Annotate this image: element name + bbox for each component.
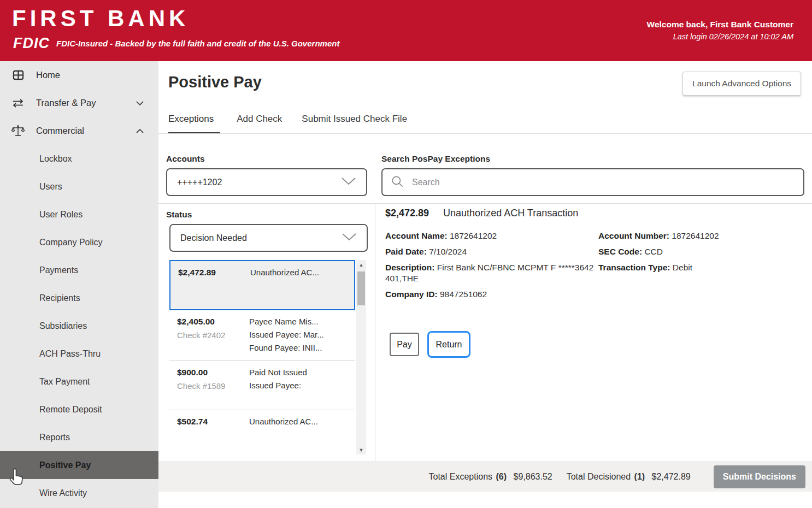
total-decisioned-label: Total Decisioned [567,472,631,481]
sidebar-item-label: Wire Activity [39,488,87,498]
total-exceptions-count: (6) [496,472,507,481]
transfer-arrows-icon [10,96,26,110]
search-input[interactable] [412,178,796,187]
sidebar-item-label: Positive Pay [39,460,91,470]
transaction-type-value: Debit [673,263,692,272]
scroll-down-icon[interactable]: ▼ [356,445,366,454]
total-exceptions-label: Total Exceptions [429,472,493,481]
exception-item-selected[interactable]: $2,472.89 Unauthorized AC... [169,260,355,310]
sidebar-item-remote-deposit[interactable]: Remote Deposit [0,395,158,423]
sidebar-item-label: Subsidiaries [39,321,87,331]
scales-icon [10,124,26,138]
tabs-divider [158,133,812,134]
bank-logo: FIRST BANK [12,5,189,32]
positive-pay-app: FIRST BANK FDIC FDIC-Insured - Backed by… [0,0,812,508]
detail-type: Unauthorized ACH Transaction [443,208,578,219]
sidebar-item-users[interactable]: Users [0,173,158,200]
sidebar-item-label: Remote Deposit [39,405,102,415]
chevron-down-icon [342,233,357,243]
sidebar-item-company-policy[interactable]: Company Policy [0,228,158,256]
launch-advanced-options-button[interactable]: Launch Advanced Options [682,72,801,96]
sidebar-item-home[interactable]: Home [0,61,158,89]
tab-add-check[interactable]: Add Check [237,114,285,134]
welcome-message: Welcome back, First Bank Customer [647,20,793,29]
sidebar-item-transfer-pay[interactable]: Transfer & Pay [0,89,158,117]
tab-exceptions[interactable]: Exceptions [168,114,220,134]
sidebar-item-label: Lockbox [39,154,72,164]
total-decisioned-count: (1) [634,472,645,481]
scroll-up-icon[interactable]: ▲ [356,260,366,269]
chevron-up-icon [136,128,144,134]
sidebar-item-label: Transfer & Pay [36,98,136,108]
exception-list: $2,472.89 Unauthorized AC... $2,405.00 C… [169,260,355,441]
sidebar-item-subsidiaries[interactable]: Subsidiaries [0,312,158,340]
sidebar-item-label: Users [39,182,62,192]
search-icon [390,174,404,191]
total-exceptions: Total Exceptions (6) $9,863.52 [429,472,552,482]
sidebar-item-label: Recipients [39,293,80,303]
sidebar-item-lockbox[interactable]: Lockbox [0,145,158,173]
detail-fields-left: Account Name: 1872641202 Paid Date: 7/10… [385,231,599,305]
home-grid-icon [10,68,26,82]
sidebar-item-user-roles[interactable]: User Roles [0,200,158,228]
sidebar-item-recipients[interactable]: Recipients [0,284,158,312]
list-scrollbar[interactable]: ▲ ▼ [356,260,366,454]
sidebar-item-tax-payment[interactable]: Tax Payment [0,368,158,395]
total-decisioned: Total Decisioned (1) $2,472.89 [567,472,691,482]
exception-check-number: Check #1589 [177,381,249,391]
header-user-info: Welcome back, First Bank Customer Last l… [647,20,793,41]
columns-divider [375,204,375,462]
fdic-logo: FDIC [13,35,50,52]
exception-item[interactable]: $900.00 Check #1589 Paid Not Issued Issu… [169,361,355,410]
sidebar-item-label: Home [36,70,158,80]
exception-amount: $502.74 [177,417,249,427]
total-decisioned-amount: $2,472.89 [652,472,691,481]
exception-type: Unauthorized AC... [250,268,352,277]
exception-amount: $2,472.89 [178,268,250,277]
status-label: Status [166,210,192,220]
exception-item[interactable]: $2,405.00 Check #2402 Payee Name Mis... … [169,310,355,361]
account-name-label: Account Name: [385,231,448,240]
last-login: Last login 02/26/2024 at 10:02 AM [647,32,793,41]
decision-footer: Total Exceptions (6) $9,863.52 Total Dec… [158,462,812,492]
transaction-type-label: Transaction Type: [598,263,670,272]
search-pospay-label: Search PosPay Exceptions [381,154,490,164]
sidebar-item-reports[interactable]: Reports [0,423,158,451]
company-id-label: Company ID: [385,290,438,299]
chevron-down-icon [341,177,356,187]
exception-check-number: Check #2402 [177,330,249,340]
pay-button[interactable]: Pay [390,333,419,356]
exception-amount: $900.00 [177,368,249,377]
fdic-disclaimer: FDIC-Insured - Backed by the full faith … [56,39,339,48]
account-number-value: 1872641202 [672,231,719,240]
scrollbar-thumb[interactable] [357,271,365,305]
description-label: Description: [385,263,434,272]
app-header: FIRST BANK FDIC FDIC-Insured - Backed by… [0,0,812,61]
sidebar-item-label: Reports [39,433,70,442]
return-button[interactable]: Return [427,331,470,358]
submit-decisions-button[interactable]: Submit Decisions [714,465,805,488]
sec-code-label: SEC Code: [598,247,642,256]
status-selected-value: Decision Needed [180,233,247,243]
tab-submit-issued-check-file[interactable]: Submit Issued Check File [302,114,410,134]
accounts-selected-value: +++++1202 [177,178,222,187]
exception-item[interactable]: $502.74 Unauthorized AC... [169,410,355,441]
sec-code-value: CCD [644,247,663,256]
total-exceptions-amount: $9,863.52 [514,472,552,481]
detail-fields-right: Account Number: 1872641202 SEC Code: CCD… [598,231,806,278]
sidebar-item-ach-pass-thru[interactable]: ACH Pass-Thru [0,340,158,368]
exception-issued-payee: Issued Payee: [249,381,353,390]
account-number-label: Account Number: [598,231,669,240]
sidebar-item-payments[interactable]: Payments [0,256,158,284]
accounts-dropdown[interactable]: +++++1202 [166,168,367,196]
tab-bar: Exceptions Add Check Submit Issued Check… [168,114,410,134]
sidebar-item-commercial[interactable]: Commercial [0,117,158,145]
mouse-cursor-hand-icon [9,467,25,489]
fdic-row: FDIC FDIC-Insured - Backed by the full f… [13,35,339,52]
status-dropdown[interactable]: Decision Needed [169,224,368,252]
page-title: Positive Pay [168,73,262,91]
exception-detail-header: $2,472.89 Unauthorized ACH Transaction [385,208,578,219]
exception-type: Paid Not Issued [249,368,353,377]
sidebar-nav: Home Transfer & Pay Commercial Lockbox U… [0,61,158,508]
exception-type: Payee Name Mis... [249,317,353,326]
